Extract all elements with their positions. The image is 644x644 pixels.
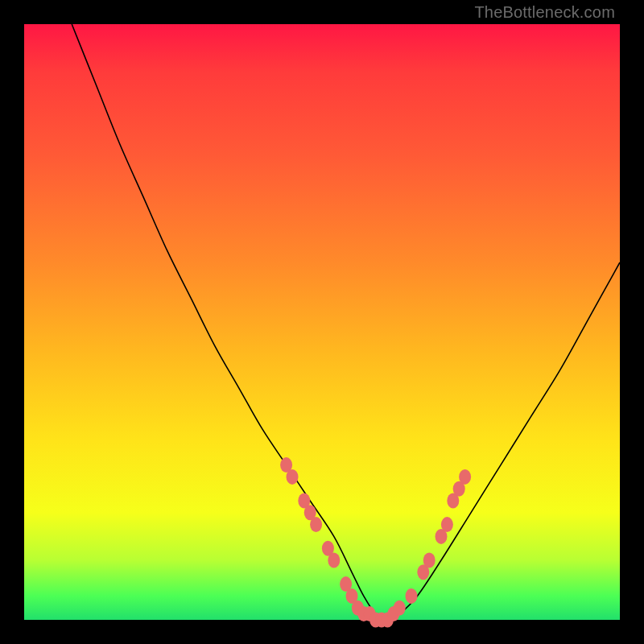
data-markers <box>280 457 471 627</box>
data-marker <box>423 553 436 568</box>
data-marker <box>394 601 406 616</box>
data-marker <box>328 553 340 568</box>
data-marker <box>310 517 322 532</box>
data-marker <box>406 588 418 604</box>
data-marker <box>287 469 299 485</box>
bottleneck-curve <box>72 24 620 620</box>
chart-frame: TheBottleneck.com <box>0 0 644 644</box>
plot-area <box>24 24 620 620</box>
watermark-text: TheBottleneck.com <box>474 3 615 22</box>
curve-layer <box>24 24 620 620</box>
data-marker <box>441 517 453 532</box>
data-marker <box>459 469 471 485</box>
